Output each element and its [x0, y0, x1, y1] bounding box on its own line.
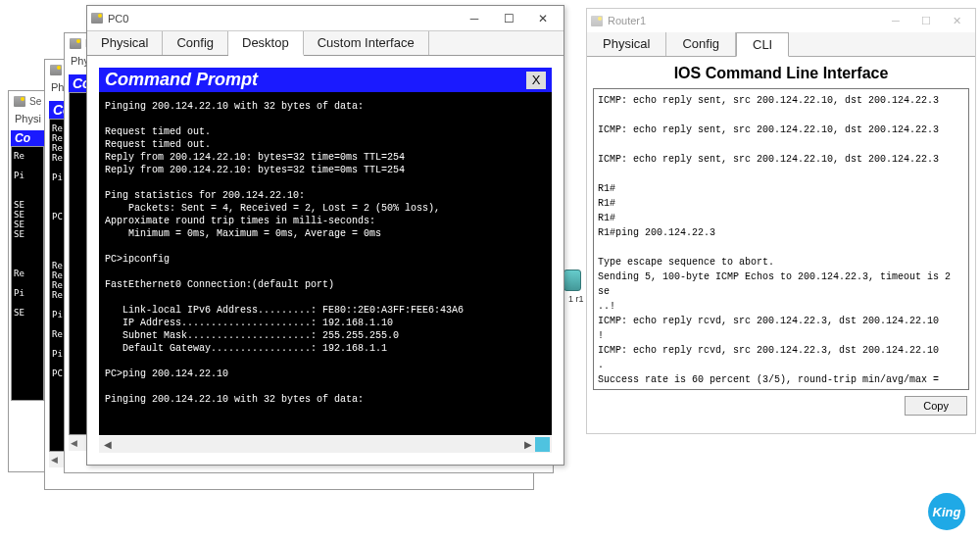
bg-cmd-title: Co: [15, 131, 30, 145]
bg-stub: Pi: [14, 288, 41, 298]
bg-stub: Re: [14, 151, 41, 161]
app-icon: [91, 13, 103, 24]
tab-custom-interface[interactable]: Custom Interface: [304, 31, 429, 55]
tab-config[interactable]: Config: [163, 31, 228, 55]
titlebar[interactable]: Router1 ─ ☐ ✕: [587, 9, 975, 32]
minimize-button[interactable]: ─: [458, 9, 491, 28]
tab-physical[interactable]: Physical: [587, 32, 666, 56]
bg-tab: Physi: [9, 111, 46, 126]
pc0-window: PC0 ─ ☐ ✕ Physical Config Desktop Custom…: [86, 5, 564, 466]
cli-output[interactable]: ICMP: echo reply sent, src 200.124.22.10…: [593, 88, 969, 390]
app-icon: [591, 16, 603, 26]
command-prompt-terminal[interactable]: Pinging 200.124.22.10 with 32 bytes of d…: [99, 92, 552, 435]
bg-stub: SE: [14, 229, 41, 239]
cli-heading: IOS Command Line Interface: [587, 57, 975, 88]
app-icon: [14, 96, 25, 107]
app-icon: [70, 38, 81, 49]
bg-stub: Pi: [14, 171, 41, 180]
device-label: 1 r1: [568, 294, 584, 304]
maximize-button[interactable]: ☐: [492, 9, 525, 28]
device-icon: [564, 270, 581, 291]
scroll-left-icon[interactable]: ◀: [71, 438, 77, 448]
bg-window-se: Se Physi Co Re Pi SE SE SE SE Re Pi SE: [8, 90, 47, 472]
bg-stub: Re: [14, 269, 41, 278]
bg-stub: SE: [14, 308, 41, 318]
scroll-left-icon[interactable]: ◀: [51, 455, 58, 465]
tab-physical[interactable]: Physical: [87, 31, 163, 55]
scroll-right-icon[interactable]: ▶: [521, 439, 535, 450]
bg-stub: SE: [14, 200, 41, 210]
bg-stub: SE: [14, 220, 41, 229]
maximize-button[interactable]: ☐: [911, 12, 941, 29]
command-prompt-header: Command Prompt X: [99, 68, 552, 92]
bg-stub: SE: [14, 210, 41, 220]
horizontal-scrollbar[interactable]: ◀ ▶: [99, 436, 552, 453]
close-icon[interactable]: X: [526, 72, 546, 89]
copy-button[interactable]: Copy: [905, 396, 967, 416]
tab-desktop[interactable]: Desktop: [228, 31, 304, 56]
router1-window: Router1 ─ ☐ ✕ Physical Config CLI IOS Co…: [586, 8, 976, 434]
router1-tabs: Physical Config CLI: [587, 32, 975, 57]
command-prompt-title: Command Prompt: [105, 70, 258, 90]
bg-title: Se: [29, 96, 41, 107]
titlebar[interactable]: PC0 ─ ☐ ✕: [87, 6, 564, 31]
scroll-thumb[interactable]: [535, 437, 550, 452]
tab-cli[interactable]: CLI: [736, 32, 789, 57]
minimize-button[interactable]: ─: [881, 12, 910, 29]
pc0-tabs: Physical Config Desktop Custom Interface: [87, 31, 564, 56]
scroll-left-icon[interactable]: ◀: [101, 439, 115, 450]
window-title: PC0: [108, 13, 128, 25]
window-title: Router1: [608, 15, 646, 26]
app-icon: [50, 65, 62, 75]
close-button[interactable]: ✕: [942, 12, 971, 29]
close-button[interactable]: ✕: [526, 9, 560, 28]
tab-config[interactable]: Config: [666, 32, 736, 56]
king-logo: King: [928, 493, 965, 530]
